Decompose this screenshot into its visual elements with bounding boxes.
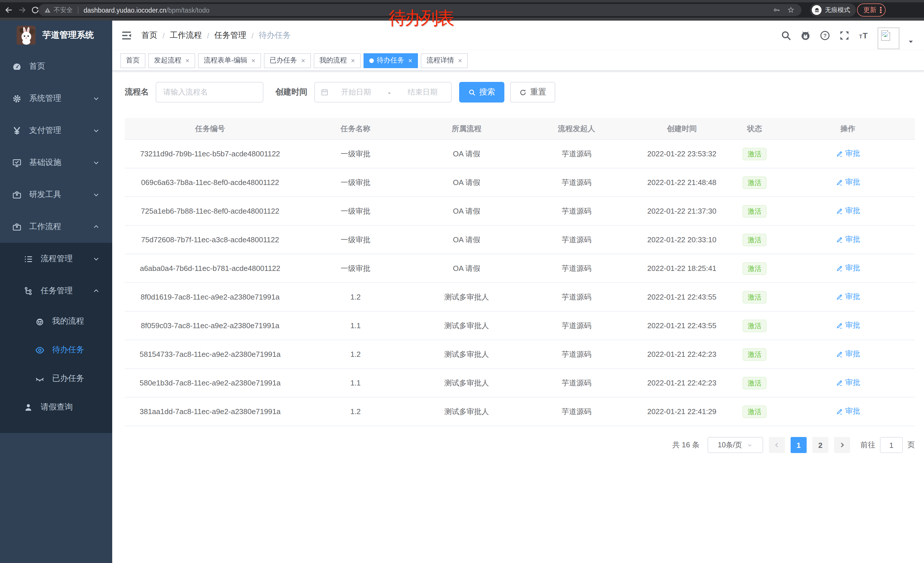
next-page-button[interactable] xyxy=(834,437,850,453)
page-button-2[interactable]: 2 xyxy=(812,437,828,453)
tab-label: 流程详情 xyxy=(426,56,454,65)
approve-button[interactable]: 审批 xyxy=(836,263,860,273)
tab-待办任务[interactable]: 待办任务× xyxy=(363,53,418,68)
breadcrumb-item[interactable]: 工作流程 xyxy=(170,30,202,41)
sidebar-item-工作流程[interactable]: 工作流程 xyxy=(0,211,112,243)
tab-发起流程[interactable]: 发起流程× xyxy=(148,53,195,68)
date-range-picker[interactable]: 开始日期 - 结束日期 xyxy=(314,82,452,102)
cell-id: 73211d9d-7b9b-11ec-b5b7-acde48001122 xyxy=(125,150,296,158)
sidebar-item-label: 待办任务 xyxy=(52,345,84,355)
sidebar-item-基础设施[interactable]: 基础设施 xyxy=(0,147,112,179)
approve-button[interactable]: 审批 xyxy=(836,349,860,359)
bookmark-star-icon[interactable] xyxy=(787,6,795,14)
goto-page-input[interactable]: 1 xyxy=(880,437,903,453)
sidebar-item-待办任务[interactable]: 待办任务 xyxy=(0,336,112,364)
sidebar-item-label: 请假查询 xyxy=(40,402,73,412)
sidebar-collapse-icon[interactable] xyxy=(121,30,132,41)
process-name-label: 流程名 xyxy=(125,87,149,98)
end-date-placeholder[interactable]: 结束日期 xyxy=(400,87,446,98)
page-button-1[interactable]: 1 xyxy=(790,437,807,453)
prev-page-button[interactable] xyxy=(769,437,785,453)
close-icon[interactable]: × xyxy=(186,56,189,65)
reset-button[interactable]: 重置 xyxy=(510,82,555,102)
process-name-input[interactable]: 请输入流程名 xyxy=(156,82,263,102)
update-button[interactable]: 更新 xyxy=(857,3,885,17)
cell-id: 725a1eb6-7b88-11ec-8ef0-acde48001122 xyxy=(125,207,296,215)
sidebar-item-支付管理[interactable]: 支付管理 xyxy=(0,114,112,147)
svg-text:T: T xyxy=(859,33,862,39)
close-icon[interactable]: × xyxy=(301,56,305,65)
start-date-placeholder[interactable]: 开始日期 xyxy=(333,87,379,98)
tab-首页[interactable]: 首页 xyxy=(120,53,146,68)
filter-form: 流程名 请输入流程名 创建时间 开始日期 - 结束日期 搜索 xyxy=(125,82,911,102)
search-icon[interactable] xyxy=(780,30,792,41)
password-key-icon[interactable] xyxy=(773,6,780,14)
create-time-label: 创建时间 xyxy=(275,87,308,98)
browser-menu-icon[interactable] xyxy=(880,7,881,13)
table-row: 381aa1dd-7ac8-11ec-a9e2-a2380e71991a1.2测… xyxy=(125,398,915,426)
approve-button[interactable]: 审批 xyxy=(836,234,860,245)
approve-button[interactable]: 审批 xyxy=(836,320,860,331)
browser-forward-icon[interactable] xyxy=(18,6,26,14)
tab-流程详情[interactable]: 流程详情× xyxy=(421,53,468,68)
browser-back-icon[interactable] xyxy=(4,6,13,14)
approve-button[interactable]: 审批 xyxy=(836,406,860,417)
approve-button[interactable]: 审批 xyxy=(836,292,860,302)
breadcrumb-item[interactable]: 任务管理 xyxy=(214,30,246,41)
breadcrumb-item[interactable]: 首页 xyxy=(141,30,158,41)
cell-time: 2022-01-22 21:37:30 xyxy=(636,207,728,215)
close-icon[interactable]: × xyxy=(408,56,412,65)
pencil-icon xyxy=(836,236,843,243)
sidebar-item-label: 支付管理 xyxy=(29,125,61,136)
avatar-caret-icon[interactable] xyxy=(908,38,914,45)
close-icon[interactable]: × xyxy=(351,56,355,65)
breadcrumb-separator: / xyxy=(252,31,254,40)
app-title: 芋道管理系统 xyxy=(42,30,94,41)
approve-label: 审批 xyxy=(845,292,860,302)
update-label[interactable]: 更新 xyxy=(863,6,876,14)
url-host[interactable]: dashboard.yudao.iocoder.cn xyxy=(84,7,166,14)
tab-我的流程[interactable]: 我的流程× xyxy=(314,53,361,68)
page-size-select[interactable]: 10条/页 xyxy=(708,437,763,453)
table-row: 8f0d1619-7ac8-11ec-a9e2-a2380e71991a1.2测… xyxy=(125,283,915,312)
column-header: 任务编号 xyxy=(125,123,296,134)
avatar[interactable] xyxy=(878,27,899,49)
status-badge: 激活 xyxy=(742,147,766,160)
status-badge: 激活 xyxy=(742,348,766,360)
approve-label: 审批 xyxy=(845,149,860,159)
sidebar-item-请假查询[interactable]: 请假查询 xyxy=(0,393,112,422)
sidebar-item-我的流程[interactable]: 我的流程 xyxy=(0,307,112,336)
app-logo[interactable]: 芋道管理系统 xyxy=(0,21,112,49)
sidebar-item-系统管理[interactable]: 系统管理 xyxy=(0,83,112,114)
sidebar-item-流程管理[interactable]: 流程管理 xyxy=(0,243,112,275)
sidebar-item-首页[interactable]: 首页 xyxy=(0,50,112,83)
close-icon[interactable]: × xyxy=(251,56,255,65)
approve-button[interactable]: 审批 xyxy=(836,206,860,216)
sidebar-item-研发工具[interactable]: 研发工具 xyxy=(0,179,112,211)
cell-name: 1.2 xyxy=(296,350,416,359)
breadcrumb-separator: / xyxy=(163,31,165,40)
github-icon[interactable] xyxy=(800,30,811,41)
url-path[interactable]: /bpm/task/todo xyxy=(166,7,210,14)
status-badge: 激活 xyxy=(742,319,766,332)
tab-流程表单-编辑[interactable]: 流程表单-编辑× xyxy=(198,53,261,68)
omnibox-divider xyxy=(78,7,78,14)
cell-status: 激活 xyxy=(728,205,781,217)
approve-button[interactable]: 审批 xyxy=(836,378,860,388)
todo-task-table: 任务编号任务名称所属流程流程发起人创建时间状态操作 73211d9d-7b9b-… xyxy=(125,118,915,426)
sidebar-menu: 首页系统管理支付管理基础设施研发工具工作流程流程管理任务管理我的流程待办任务已办… xyxy=(0,49,112,433)
not-secure-icon xyxy=(44,7,51,14)
approve-button[interactable]: 审批 xyxy=(836,149,860,159)
cell-name: 1.1 xyxy=(296,378,416,387)
sidebar-item-已办任务[interactable]: 已办任务 xyxy=(0,364,112,393)
help-icon[interactable]: ? xyxy=(819,30,831,41)
security-label[interactable]: 不安全 xyxy=(54,6,73,14)
cell-id: 8f0d1619-7ac8-11ec-a9e2-a2380e71991a xyxy=(125,293,296,301)
approve-button[interactable]: 审批 xyxy=(836,177,860,188)
tab-已办任务[interactable]: 已办任务× xyxy=(264,53,311,68)
fullscreen-icon[interactable] xyxy=(839,30,850,41)
sidebar-item-任务管理[interactable]: 任务管理 xyxy=(0,275,112,307)
search-button[interactable]: 搜索 xyxy=(459,82,504,102)
close-icon[interactable]: × xyxy=(458,56,462,65)
font-size-icon[interactable]: TT xyxy=(858,30,870,41)
